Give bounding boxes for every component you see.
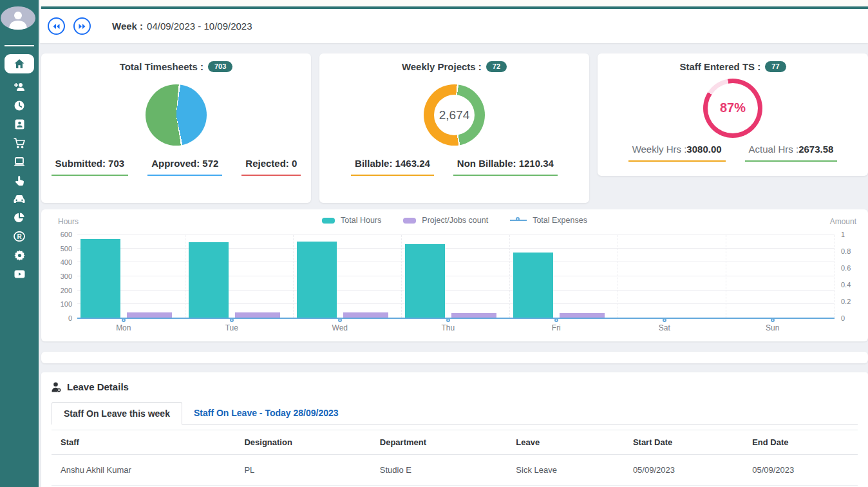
total-hours-bar[interactable] bbox=[513, 253, 553, 318]
leave-details-card: Leave Details Staff On Leave this week S… bbox=[41, 372, 868, 487]
id-badge-icon bbox=[15, 119, 24, 129]
week-range: 04/09/2023 - 10/09/2023 bbox=[147, 21, 252, 32]
weekly-hours-chart-card: Hours Amount Total Hours Project/Jobs co… bbox=[41, 209, 868, 341]
sidebar-item-assets[interactable] bbox=[5, 157, 34, 167]
table-cell: Studio E bbox=[371, 455, 507, 486]
total-expenses-point[interactable] bbox=[771, 318, 775, 322]
table-row[interactable]: Anshu Akhil KumarPLStudio ESick Leave05/… bbox=[52, 455, 858, 486]
weekly-projects-card: Weekly Projects : 72 2,674 Billable: 146… bbox=[319, 53, 589, 203]
sidebar-item-contacts[interactable] bbox=[5, 119, 34, 129]
car-icon bbox=[14, 195, 25, 204]
chart-legend: Total Hours Project/Jobs count Total Exp… bbox=[41, 216, 868, 225]
cart-icon bbox=[14, 138, 25, 149]
sidebar-item-time[interactable] bbox=[5, 100, 34, 111]
actual-hrs-label: Actual Hrs : bbox=[749, 144, 799, 155]
legend-total-expenses[interactable]: Total Expenses bbox=[510, 216, 587, 225]
leave-table-body: Anshu Akhil KumarPLStudio ESick Leave05/… bbox=[52, 455, 858, 486]
tab-staff-on-leave-today[interactable]: Staff On Leave - Today 28/09/2023 bbox=[182, 402, 350, 424]
person-silhouette-icon bbox=[8, 9, 28, 30]
add-staff-icon bbox=[14, 82, 25, 91]
summary-cards-row: Total Timesheets : 703 Submitted: 703 Ap… bbox=[41, 53, 868, 203]
main-content: Week :04/09/2023 - 10/09/2023 Total Time… bbox=[40, 0, 868, 487]
total-hours-swatch-icon bbox=[322, 218, 335, 224]
staff-leave-icon bbox=[52, 382, 61, 392]
column-header: End Date bbox=[743, 430, 858, 455]
column-header: Leave bbox=[507, 430, 624, 455]
weekly-hrs-stat: Weekly Hrs :3080.00 bbox=[628, 144, 726, 162]
sidebar-item-settings[interactable] bbox=[5, 250, 34, 260]
total-hours-bar[interactable] bbox=[189, 242, 229, 318]
left-axis-tick: 300 bbox=[61, 272, 72, 280]
column-header: Designation bbox=[235, 430, 370, 455]
weekly-projects-title: Weekly Projects : 72 bbox=[402, 61, 507, 72]
right-axis-tick: 0 bbox=[841, 314, 845, 322]
total-hours-bar[interactable] bbox=[297, 242, 337, 318]
table-cell: PL bbox=[235, 455, 370, 486]
tab-staff-on-leave-week[interactable]: Staff On Leave this week bbox=[52, 402, 182, 425]
billable-value: 1463.24 bbox=[395, 158, 430, 169]
staff-entered-ts-card: Staff Entered TS : 77 87% Weekly Hrs :30… bbox=[598, 53, 868, 176]
left-axis-tick: 400 bbox=[61, 258, 72, 266]
next-week-icon bbox=[78, 23, 86, 30]
sidebar: R bbox=[0, 0, 39, 487]
total-timesheets-title: Total Timesheets : 703 bbox=[120, 61, 233, 72]
laptop-icon bbox=[14, 157, 25, 167]
total-expenses-point[interactable] bbox=[446, 318, 450, 322]
rejected-value: 0 bbox=[292, 158, 297, 169]
left-axis-tick: 200 bbox=[61, 287, 72, 294]
staff-entered-ts-title-text: Staff Entered TS : bbox=[679, 61, 760, 72]
total-expenses-point[interactable] bbox=[338, 318, 342, 322]
timesheets-pie-zone bbox=[146, 72, 207, 158]
sidebar-item-home[interactable] bbox=[5, 54, 34, 73]
leave-tabs: Staff On Leave this week Staff On Leave … bbox=[52, 402, 858, 425]
leave-table: StaffDesignationDepartmentLeaveStart Dat… bbox=[52, 430, 858, 486]
sidebar-item-approvals[interactable] bbox=[5, 175, 34, 186]
total-expenses-point[interactable] bbox=[230, 318, 234, 322]
non-billable-value: 1210.34 bbox=[519, 158, 554, 169]
legend-project-jobs-label: Project/Jobs count bbox=[422, 216, 488, 225]
column-header: Department bbox=[371, 430, 507, 455]
next-week-button[interactable] bbox=[73, 17, 91, 35]
rejected-stat: Rejected: 0 bbox=[241, 158, 301, 176]
total-expenses-point[interactable] bbox=[122, 318, 126, 322]
staff-ts-stats: Weekly Hrs :3080.00 Actual Hrs :2673.58 bbox=[628, 144, 838, 162]
approved-value: 572 bbox=[202, 158, 218, 169]
home-icon bbox=[14, 59, 24, 69]
prev-week-button[interactable] bbox=[48, 17, 65, 35]
sidebar-item-purchases[interactable] bbox=[5, 138, 34, 148]
sidebar-item-registered[interactable]: R bbox=[5, 231, 34, 242]
approved-stat: Approved: 572 bbox=[147, 158, 222, 176]
sidebar-item-vehicles[interactable] bbox=[5, 194, 34, 204]
clock-icon bbox=[14, 100, 24, 111]
x-axis-day-label: Mon bbox=[116, 323, 131, 332]
sidebar-item-add-staff[interactable] bbox=[5, 82, 34, 92]
total-timesheets-badge: 703 bbox=[208, 61, 232, 72]
table-cell: Sick Leave bbox=[507, 455, 624, 486]
total-hours-bar[interactable] bbox=[80, 239, 120, 319]
sidebar-item-videos[interactable] bbox=[5, 269, 34, 279]
chart-day-slot: Sun bbox=[726, 235, 835, 318]
approved-label: Approved: bbox=[151, 158, 200, 169]
submitted-value: 703 bbox=[108, 158, 124, 169]
chart-day-slot: Fri bbox=[510, 235, 618, 318]
actual-hrs-stat: Actual Hrs :2673.58 bbox=[745, 144, 838, 162]
timesheets-pie-chart bbox=[146, 84, 207, 146]
staff-ts-ring-chart: 87% bbox=[703, 79, 762, 138]
chart-day-slot: Thu bbox=[402, 235, 510, 318]
sidebar-item-reports[interactable] bbox=[5, 213, 34, 223]
registered-icon: R bbox=[14, 231, 25, 242]
non-billable-stat: Non Billable: 1210.34 bbox=[453, 158, 558, 176]
submitted-label: Submitted: bbox=[55, 158, 106, 169]
table-cell: 05/09/2023 bbox=[624, 455, 743, 486]
staff-entered-ts-badge: 77 bbox=[765, 61, 786, 72]
total-expenses-point[interactable] bbox=[663, 318, 666, 322]
total-expenses-point[interactable] bbox=[554, 318, 558, 322]
total-hours-bar[interactable] bbox=[405, 244, 445, 318]
x-axis-day-label: Wed bbox=[332, 323, 348, 332]
left-axis-tick: 0 bbox=[68, 314, 72, 322]
legend-total-hours[interactable]: Total Hours bbox=[322, 216, 381, 225]
user-avatar[interactable] bbox=[1, 6, 35, 30]
legend-project-jobs-count[interactable]: Project/Jobs count bbox=[403, 216, 488, 225]
chart-day-slot: Sat bbox=[618, 235, 726, 318]
svg-text:R: R bbox=[17, 233, 22, 240]
